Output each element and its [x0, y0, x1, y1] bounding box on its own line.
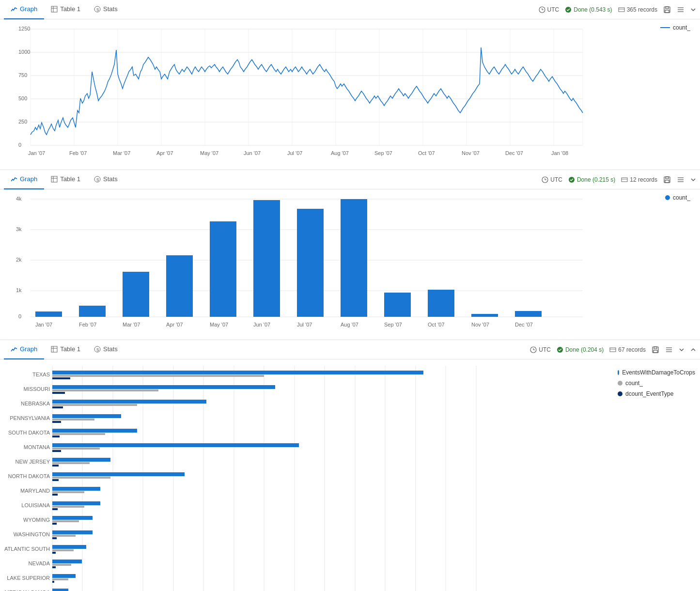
svg-rect-88	[253, 200, 280, 317]
save-icon-3	[652, 346, 659, 354]
svg-text:s: s	[96, 6, 99, 12]
svg-rect-196	[52, 564, 71, 566]
chevron-down-icon-1	[690, 7, 696, 13]
svg-text:TEXAS: TEXAS	[32, 372, 50, 377]
svg-text:Feb '07: Feb '07	[79, 322, 96, 327]
clock-icon-2	[542, 176, 548, 183]
svg-rect-190	[52, 535, 76, 537]
svg-rect-119	[654, 347, 657, 349]
svg-text:ATLANTIC SOUTH: ATLANTIC SOUTH	[4, 546, 50, 552]
svg-rect-179	[52, 479, 59, 481]
svg-rect-191	[52, 537, 57, 539]
svg-text:250: 250	[18, 119, 27, 124]
legend-color-1	[618, 370, 619, 375]
tab-label-stats-2: Stats	[103, 175, 118, 183]
svg-rect-167	[52, 421, 61, 423]
records-status-2: 12 records	[621, 176, 657, 183]
tab-stats-3[interactable]: s Stats	[87, 340, 124, 359]
svg-text:Dec '07: Dec '07	[505, 150, 523, 156]
svg-rect-194	[52, 552, 56, 554]
layout-btn-3[interactable]	[665, 346, 673, 354]
svg-text:Jul '07: Jul '07	[287, 150, 302, 156]
svg-text:2k: 2k	[16, 257, 22, 263]
check-icon-2	[568, 176, 575, 183]
svg-rect-69	[665, 180, 669, 183]
save-btn-2[interactable]	[663, 176, 671, 184]
svg-text:Nov '07: Nov '07	[471, 322, 489, 327]
layout-btn-1[interactable]	[677, 6, 684, 14]
svg-text:4k: 4k	[16, 196, 22, 202]
tab-stats-1[interactable]: s Stats	[87, 0, 124, 19]
clock-icon-3	[530, 346, 537, 353]
graph-icon-2	[11, 176, 17, 183]
svg-rect-171	[52, 443, 299, 447]
chevron-down-btn-3[interactable]	[679, 347, 684, 353]
chevron-down-icon-2	[690, 177, 696, 183]
tab-graph-1[interactable]: Graph	[4, 0, 44, 19]
svg-text:LOUISIANA: LOUISIANA	[21, 502, 50, 508]
svg-text:Aug '07: Aug '07	[341, 322, 358, 327]
svg-text:Nov '07: Nov '07	[462, 150, 480, 156]
svg-rect-182	[52, 494, 58, 496]
svg-rect-116	[610, 348, 616, 352]
chevron-down-btn-2[interactable]	[690, 177, 696, 183]
legend-label-1: count_	[673, 24, 690, 31]
tab-label-stats-3: Stats	[103, 345, 118, 353]
svg-text:750: 750	[18, 72, 27, 78]
save-btn-3[interactable]	[652, 346, 659, 354]
chevron-up-btn-3[interactable]	[690, 347, 696, 353]
svg-rect-86	[166, 255, 193, 317]
svg-text:Mar '07: Mar '07	[113, 150, 130, 156]
svg-rect-174	[52, 458, 110, 462]
svg-text:May '07: May '07	[200, 150, 218, 156]
svg-rect-159	[52, 385, 275, 389]
tab-graph-2[interactable]: Graph	[4, 170, 44, 189]
horizontal-bar-panel: TEXAS MISSOURI NEBRASKA PENNSYLVANIA SOU…	[0, 359, 700, 591]
svg-rect-172	[52, 448, 100, 450]
bar-chart-svg: 4k 3k 2k 1k 0	[4, 193, 585, 339]
svg-rect-107	[51, 346, 57, 352]
utc-label-2: UTC	[550, 176, 562, 183]
svg-rect-199	[52, 578, 68, 580]
tab-bar-right-2: UTC Done (0.215 s) 12 records	[542, 176, 696, 184]
svg-text:Apr '07: Apr '07	[156, 150, 173, 156]
tab-stats-2[interactable]: s Stats	[87, 170, 124, 189]
records-status-3: 67 records	[609, 346, 646, 353]
panel-3: Graph Table 1 s Stats UTC Done (0.204 s)	[0, 340, 700, 591]
chevron-down-icon-3	[679, 347, 684, 353]
tab-bar-right-1: UTC Done (0.543 s) 365 records	[539, 6, 696, 14]
done-label-2: Done (0.215 s)	[577, 176, 615, 183]
tab-graph-3[interactable]: Graph	[4, 340, 44, 359]
svg-rect-13	[665, 10, 669, 13]
legend-text-3: dcount_EventType	[625, 390, 673, 397]
tab-table-2[interactable]: Table 1	[44, 170, 87, 189]
layout-btn-2[interactable]	[677, 176, 684, 184]
tab-label-graph-2: Graph	[20, 175, 37, 183]
chevron-down-btn-1[interactable]	[690, 7, 696, 13]
svg-rect-91	[384, 293, 411, 317]
legend-text-1: EventsWithDamageToCrops	[622, 369, 695, 376]
svg-rect-183	[52, 501, 100, 505]
svg-rect-173	[52, 450, 61, 452]
check-icon-1	[565, 6, 572, 13]
svg-rect-92	[428, 290, 454, 317]
svg-text:NEVADA: NEVADA	[29, 560, 50, 566]
tab-bar-left-1: Graph Table 1 s Stats	[4, 0, 124, 19]
panel-1: Graph Table 1 s Stats UTC Done (0.543 s)	[0, 0, 700, 170]
tab-label-stats-1: Stats	[103, 5, 118, 13]
tab-table-1[interactable]: Table 1	[44, 0, 87, 19]
svg-text:MONTANA: MONTANA	[24, 444, 50, 450]
save-btn-1[interactable]	[663, 6, 671, 14]
table-icon-2	[51, 176, 58, 183]
svg-rect-85	[123, 272, 149, 317]
svg-rect-201	[52, 589, 68, 591]
svg-text:MISSOURI: MISSOURI	[24, 386, 50, 392]
svg-text:WASHINGTON: WASHINGTON	[14, 531, 50, 537]
svg-text:500: 500	[18, 95, 27, 101]
tab-table-3[interactable]: Table 1	[44, 340, 87, 359]
svg-text:Jul '07: Jul '07	[297, 322, 312, 327]
svg-text:Sep '07: Sep '07	[384, 322, 402, 327]
svg-rect-176	[52, 465, 59, 467]
svg-text:LAKE SUPERIOR: LAKE SUPERIOR	[7, 575, 50, 581]
svg-text:Aug '07: Aug '07	[331, 150, 349, 156]
